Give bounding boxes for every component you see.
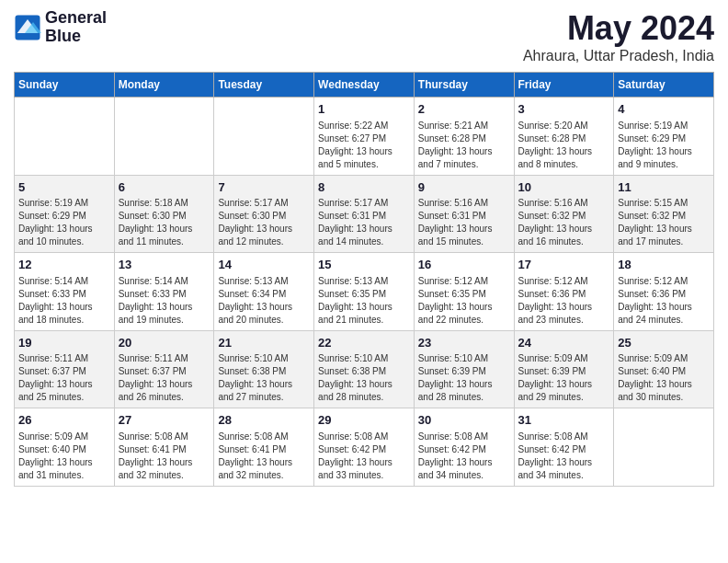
weekday-header-friday: Friday — [514, 73, 614, 98]
day-number: 28 — [218, 412, 310, 429]
day-number: 12 — [18, 257, 110, 273]
calendar-cell: 27Sunrise: 5:08 AM Sunset: 6:41 PM Dayli… — [114, 408, 214, 487]
calendar-cell: 6Sunrise: 5:18 AM Sunset: 6:30 PM Daylig… — [114, 175, 214, 253]
logo-icon — [14, 14, 41, 41]
day-info: Sunrise: 5:14 AM Sunset: 6:33 PM Dayligh… — [119, 275, 210, 327]
day-info: Sunrise: 5:10 AM Sunset: 6:39 PM Dayligh… — [418, 352, 510, 404]
week-row-2: 5Sunrise: 5:19 AM Sunset: 6:29 PM Daylig… — [15, 175, 714, 253]
day-number: 14 — [218, 257, 310, 273]
day-info: Sunrise: 5:12 AM Sunset: 6:35 PM Dayligh… — [418, 275, 510, 327]
day-info: Sunrise: 5:10 AM Sunset: 6:38 PM Dayligh… — [318, 352, 410, 404]
day-info: Sunrise: 5:11 AM Sunset: 6:37 PM Dayligh… — [119, 352, 210, 404]
calendar-cell: 24Sunrise: 5:09 AM Sunset: 6:39 PM Dayli… — [514, 330, 614, 408]
day-info: Sunrise: 5:09 AM Sunset: 6:40 PM Dayligh… — [618, 352, 710, 404]
calendar-cell: 14Sunrise: 5:13 AM Sunset: 6:34 PM Dayli… — [214, 253, 314, 331]
calendar-cell: 29Sunrise: 5:08 AM Sunset: 6:42 PM Dayli… — [314, 408, 415, 487]
calendar-cell: 13Sunrise: 5:14 AM Sunset: 6:33 PM Dayli… — [114, 253, 214, 331]
day-info: Sunrise: 5:13 AM Sunset: 6:35 PM Dayligh… — [318, 275, 410, 327]
day-info: Sunrise: 5:21 AM Sunset: 6:28 PM Dayligh… — [418, 120, 510, 171]
calendar-cell: 18Sunrise: 5:12 AM Sunset: 6:36 PM Dayli… — [614, 253, 714, 331]
weekday-header-wednesday: Wednesday — [314, 73, 415, 98]
day-info: Sunrise: 5:19 AM Sunset: 6:29 PM Dayligh… — [18, 197, 110, 248]
day-info: Sunrise: 5:14 AM Sunset: 6:33 PM Dayligh… — [18, 275, 110, 327]
week-row-1: 1Sunrise: 5:22 AM Sunset: 6:27 PM Daylig… — [15, 98, 714, 176]
calendar-cell: 22Sunrise: 5:10 AM Sunset: 6:38 PM Dayli… — [314, 330, 415, 408]
day-info: Sunrise: 5:18 AM Sunset: 6:30 PM Dayligh… — [119, 197, 210, 248]
day-info: Sunrise: 5:10 AM Sunset: 6:38 PM Dayligh… — [218, 352, 310, 404]
subtitle: Ahraura, Uttar Pradesh, India — [523, 48, 714, 64]
day-info: Sunrise: 5:13 AM Sunset: 6:34 PM Dayligh… — [218, 275, 310, 327]
day-number: 27 — [119, 412, 210, 429]
day-number: 11 — [618, 179, 710, 196]
day-info: Sunrise: 5:16 AM Sunset: 6:31 PM Dayligh… — [418, 197, 510, 248]
day-info: Sunrise: 5:17 AM Sunset: 6:30 PM Dayligh… — [218, 197, 310, 248]
calendar-cell: 26Sunrise: 5:09 AM Sunset: 6:40 PM Dayli… — [15, 408, 115, 487]
day-number: 9 — [418, 179, 510, 196]
day-number: 4 — [618, 101, 710, 118]
day-info: Sunrise: 5:12 AM Sunset: 6:36 PM Dayligh… — [618, 275, 710, 327]
day-info: Sunrise: 5:11 AM Sunset: 6:37 PM Dayligh… — [18, 352, 110, 404]
day-number: 2 — [418, 101, 510, 118]
day-number: 22 — [318, 335, 410, 351]
day-info: Sunrise: 5:20 AM Sunset: 6:28 PM Dayligh… — [518, 120, 610, 171]
day-info: Sunrise: 5:12 AM Sunset: 6:36 PM Dayligh… — [518, 275, 610, 327]
day-number: 20 — [119, 335, 210, 351]
calendar-cell: 12Sunrise: 5:14 AM Sunset: 6:33 PM Dayli… — [15, 253, 115, 331]
day-info: Sunrise: 5:17 AM Sunset: 6:31 PM Dayligh… — [318, 197, 410, 248]
calendar-cell: 19Sunrise: 5:11 AM Sunset: 6:37 PM Dayli… — [15, 330, 115, 408]
calendar-cell: 11Sunrise: 5:15 AM Sunset: 6:32 PM Dayli… — [614, 175, 714, 253]
day-info: Sunrise: 5:09 AM Sunset: 6:39 PM Dayligh… — [518, 352, 610, 404]
calendar-cell: 25Sunrise: 5:09 AM Sunset: 6:40 PM Dayli… — [614, 330, 714, 408]
calendar-cell: 1Sunrise: 5:22 AM Sunset: 6:27 PM Daylig… — [314, 98, 415, 176]
day-number: 16 — [418, 257, 510, 273]
day-number: 5 — [18, 179, 110, 196]
weekday-header-monday: Monday — [114, 73, 214, 98]
day-number: 6 — [119, 179, 210, 196]
calendar-cell — [214, 98, 314, 176]
calendar-table: SundayMondayTuesdayWednesdayThursdayFrid… — [14, 72, 714, 487]
day-number: 7 — [218, 179, 310, 196]
calendar-cell: 28Sunrise: 5:08 AM Sunset: 6:41 PM Dayli… — [214, 408, 314, 487]
day-info: Sunrise: 5:16 AM Sunset: 6:32 PM Dayligh… — [518, 197, 610, 248]
day-info: Sunrise: 5:15 AM Sunset: 6:32 PM Dayligh… — [618, 197, 710, 248]
day-number: 26 — [18, 412, 110, 429]
day-number: 10 — [518, 179, 610, 196]
calendar-cell: 10Sunrise: 5:16 AM Sunset: 6:32 PM Dayli… — [514, 175, 614, 253]
calendar-cell — [114, 98, 214, 176]
day-number: 21 — [218, 335, 310, 351]
day-number: 1 — [318, 101, 410, 118]
weekday-header-tuesday: Tuesday — [214, 73, 314, 98]
calendar-cell: 31Sunrise: 5:08 AM Sunset: 6:42 PM Dayli… — [514, 408, 614, 487]
day-number: 24 — [518, 335, 610, 351]
day-info: Sunrise: 5:08 AM Sunset: 6:42 PM Dayligh… — [518, 431, 610, 482]
week-row-5: 26Sunrise: 5:09 AM Sunset: 6:40 PM Dayli… — [15, 408, 714, 487]
day-number: 31 — [518, 412, 610, 429]
day-number: 15 — [318, 257, 410, 273]
weekday-header-row: SundayMondayTuesdayWednesdayThursdayFrid… — [15, 73, 714, 98]
day-info: Sunrise: 5:08 AM Sunset: 6:41 PM Dayligh… — [119, 431, 210, 482]
day-info: Sunrise: 5:09 AM Sunset: 6:40 PM Dayligh… — [18, 431, 110, 482]
day-number: 30 — [418, 412, 510, 429]
calendar-cell: 3Sunrise: 5:20 AM Sunset: 6:28 PM Daylig… — [514, 98, 614, 176]
calendar-cell: 23Sunrise: 5:10 AM Sunset: 6:39 PM Dayli… — [414, 330, 514, 408]
main-title: May 2024 — [523, 9, 714, 48]
weekday-header-sunday: Sunday — [15, 73, 115, 98]
calendar-cell — [614, 408, 714, 487]
day-number: 23 — [418, 335, 510, 351]
day-number: 29 — [318, 412, 410, 429]
logo: General Blue — [14, 9, 107, 46]
header: General Blue May 2024 Ahraura, Uttar Pra… — [14, 9, 714, 64]
calendar-cell: 30Sunrise: 5:08 AM Sunset: 6:42 PM Dayli… — [414, 408, 514, 487]
calendar-cell: 17Sunrise: 5:12 AM Sunset: 6:36 PM Dayli… — [514, 253, 614, 331]
day-number: 25 — [618, 335, 710, 351]
calendar-cell: 4Sunrise: 5:19 AM Sunset: 6:29 PM Daylig… — [614, 98, 714, 176]
day-info: Sunrise: 5:08 AM Sunset: 6:42 PM Dayligh… — [318, 431, 410, 482]
calendar-cell: 8Sunrise: 5:17 AM Sunset: 6:31 PM Daylig… — [314, 175, 415, 253]
calendar-cell: 2Sunrise: 5:21 AM Sunset: 6:28 PM Daylig… — [414, 98, 514, 176]
day-info: Sunrise: 5:19 AM Sunset: 6:29 PM Dayligh… — [618, 120, 710, 171]
week-row-4: 19Sunrise: 5:11 AM Sunset: 6:37 PM Dayli… — [15, 330, 714, 408]
day-number: 8 — [318, 179, 410, 196]
calendar-cell: 9Sunrise: 5:16 AM Sunset: 6:31 PM Daylig… — [414, 175, 514, 253]
day-number: 18 — [618, 257, 710, 273]
calendar-cell: 20Sunrise: 5:11 AM Sunset: 6:37 PM Dayli… — [114, 330, 214, 408]
